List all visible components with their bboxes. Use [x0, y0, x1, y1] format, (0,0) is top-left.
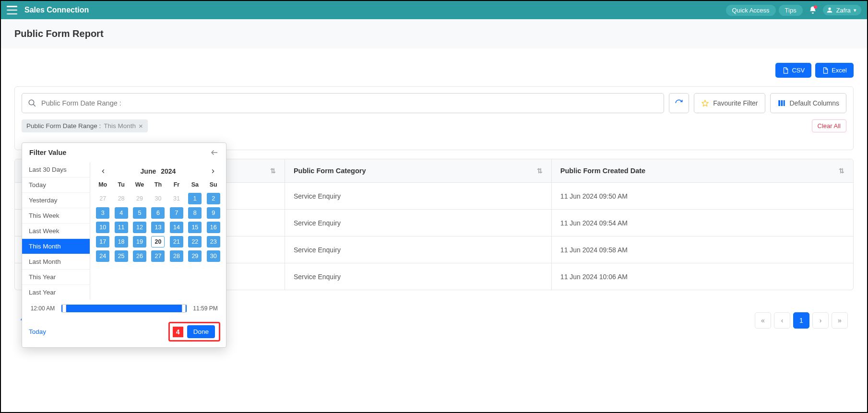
- calendar-day[interactable]: 6: [151, 207, 165, 219]
- calendar-dow: Su: [206, 179, 221, 190]
- calendar-day[interactable]: 7: [170, 207, 183, 219]
- calendar-day[interactable]: 30: [207, 250, 220, 262]
- export-excel-button[interactable]: Excel: [815, 63, 854, 78]
- calendar-day[interactable]: 5: [133, 207, 146, 219]
- calendar-day-prev[interactable]: 30: [151, 193, 165, 204]
- calendar-day[interactable]: 24: [96, 250, 109, 262]
- page-last-button[interactable]: »: [832, 312, 848, 329]
- calendar-day[interactable]: 3: [96, 207, 109, 219]
- export-row: CSV Excel: [14, 63, 854, 78]
- export-csv-label: CSV: [792, 67, 805, 74]
- calendar-day[interactable]: 13: [151, 222, 165, 233]
- preset-item[interactable]: Yesterday: [22, 193, 90, 208]
- user-icon: [826, 6, 833, 14]
- preset-item[interactable]: Today: [22, 177, 90, 193]
- search-input[interactable]: [41, 99, 658, 107]
- calendar-day[interactable]: 9: [207, 207, 220, 219]
- hamburger-icon[interactable]: [7, 6, 17, 14]
- date-range-popup: Filter Value Last 30 DaysTodayYesterdayT…: [22, 142, 226, 348]
- calendar-next-button[interactable]: [208, 166, 218, 177]
- calendar-day[interactable]: 29: [188, 250, 202, 262]
- calendar-day[interactable]: 19: [133, 236, 146, 248]
- content: CSV Excel Favourite Filter Default Colum…: [1, 63, 867, 342]
- calendar-day[interactable]: 14: [170, 222, 183, 233]
- calendar-day-prev[interactable]: 31: [170, 193, 183, 204]
- filter-panel: Favourite Filter Default Columns Public …: [14, 86, 854, 150]
- calendar-dow: Tu: [113, 179, 129, 190]
- calendar-day[interactable]: 12: [133, 222, 146, 233]
- calendar-day[interactable]: 15: [188, 222, 202, 233]
- row-category-cell: Service Enquiry: [285, 236, 551, 263]
- popup-footer: Today 4 Done: [22, 317, 226, 347]
- done-button[interactable]: Done: [187, 325, 215, 338]
- calendar-title: June 2024: [141, 167, 176, 175]
- chip-label: Public Form Date Range :: [26, 122, 101, 130]
- calendar-day[interactable]: 26: [133, 250, 146, 262]
- calendar-day[interactable]: 23: [207, 236, 220, 248]
- calendar-dow: Sa: [187, 179, 202, 190]
- calendar-day[interactable]: 1: [188, 193, 202, 204]
- row-category-cell: Service Enquiry: [285, 183, 551, 210]
- preset-item[interactable]: This Week: [22, 208, 90, 224]
- calendar-day[interactable]: 11: [115, 222, 128, 233]
- calendar-day[interactable]: 28: [170, 250, 183, 262]
- calendar-day[interactable]: 8: [188, 207, 202, 219]
- svg-rect-4: [783, 100, 785, 106]
- sort-icon[interactable]: ⇅: [839, 167, 844, 175]
- preset-item[interactable]: Last Year: [22, 285, 90, 300]
- callout-number: 4: [173, 327, 183, 337]
- preset-item[interactable]: Last 30 Days: [22, 162, 90, 177]
- clear-all-button[interactable]: Clear All: [812, 119, 846, 132]
- page-number[interactable]: 1: [793, 312, 809, 329]
- preset-item[interactable]: Last Week: [22, 224, 90, 239]
- notification-icon[interactable]: [809, 6, 817, 14]
- calendar-day-prev[interactable]: 29: [133, 193, 146, 204]
- calendar-day[interactable]: 27: [151, 250, 165, 262]
- calendar-day[interactable]: 25: [115, 250, 128, 262]
- calendar-day[interactable]: 22: [188, 236, 202, 248]
- calendar-day[interactable]: 16: [207, 222, 220, 233]
- time-start-label: 12:00 AM: [29, 305, 57, 312]
- preset-item[interactable]: This Year: [22, 270, 90, 285]
- refresh-button[interactable]: [669, 93, 689, 113]
- time-end-label: 11:59 PM: [191, 305, 219, 312]
- sort-icon[interactable]: ⇅: [537, 167, 543, 175]
- chip-close-icon[interactable]: ×: [139, 122, 143, 130]
- svg-point-0: [29, 100, 34, 105]
- sort-icon[interactable]: ⇅: [270, 167, 276, 175]
- col-created: Public Form Created Date⇅: [551, 159, 853, 183]
- calendar-nav: June 2024: [95, 166, 221, 179]
- chevron-down-icon: ▾: [854, 7, 856, 13]
- export-csv-button[interactable]: CSV: [775, 63, 811, 78]
- calendar-day[interactable]: 21: [170, 236, 183, 248]
- calendar-day[interactable]: 4: [115, 207, 128, 219]
- preset-item[interactable]: Last Month: [22, 254, 90, 270]
- calendar-day[interactable]: 17: [96, 236, 109, 248]
- calendar-dow: Fr: [169, 179, 184, 190]
- svg-rect-2: [778, 100, 780, 106]
- calendar-prev-button[interactable]: [98, 166, 108, 177]
- preset-item[interactable]: This Month: [22, 239, 90, 254]
- favourite-filter-button[interactable]: Favourite Filter: [694, 93, 765, 113]
- calendar-day[interactable]: 2: [207, 193, 220, 204]
- calendar-day[interactable]: 20: [151, 236, 165, 248]
- user-menu[interactable]: Zafra ▾: [823, 5, 861, 15]
- page-first-button[interactable]: «: [755, 312, 771, 329]
- calendar-day[interactable]: 10: [96, 222, 109, 233]
- back-arrow-icon[interactable]: [210, 148, 219, 157]
- page-next-button[interactable]: ›: [812, 312, 829, 329]
- page-prev-button[interactable]: ‹: [774, 312, 790, 329]
- quick-access-button[interactable]: Quick Access: [726, 5, 776, 16]
- row-category-cell: Service Enquiry: [285, 210, 551, 236]
- calendar-grid: MoTuWeThFrSaSu27282930311234567891011121…: [95, 179, 221, 262]
- popup-title: Filter Value: [29, 149, 66, 156]
- search-box[interactable]: [22, 93, 664, 113]
- tips-button[interactable]: Tips: [779, 5, 803, 16]
- filter-chip[interactable]: Public Form Date Range : This Month ×: [22, 119, 148, 132]
- calendar-day-prev[interactable]: 28: [115, 193, 128, 204]
- today-link[interactable]: Today: [29, 328, 46, 335]
- time-slider[interactable]: [61, 305, 187, 312]
- default-columns-button[interactable]: Default Columns: [770, 93, 847, 113]
- calendar-day[interactable]: 18: [115, 236, 128, 248]
- calendar-day-prev[interactable]: 27: [96, 193, 109, 204]
